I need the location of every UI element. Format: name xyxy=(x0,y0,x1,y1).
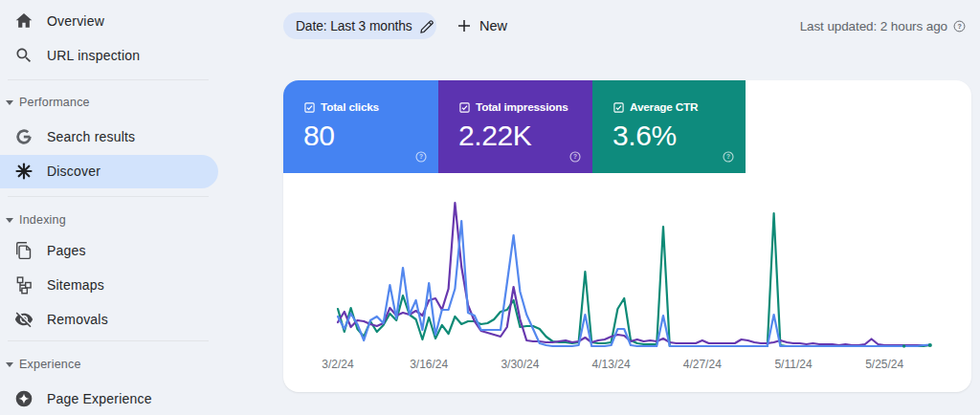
svg-text:3/16/24: 3/16/24 xyxy=(410,358,448,371)
svg-text:3/2/24: 3/2/24 xyxy=(322,358,354,371)
svg-text:4/13/24: 4/13/24 xyxy=(592,358,631,371)
svg-text:5/25/24: 5/25/24 xyxy=(865,358,903,371)
svg-text:5/11/24: 5/11/24 xyxy=(774,358,812,371)
svg-text:?: ? xyxy=(726,153,730,160)
svg-text:?: ? xyxy=(419,153,423,160)
svg-text:?: ? xyxy=(957,23,961,30)
svg-text:4/27/24: 4/27/24 xyxy=(683,358,722,371)
svg-text:?: ? xyxy=(573,153,577,160)
svg-text:3/30/24: 3/30/24 xyxy=(501,358,539,371)
